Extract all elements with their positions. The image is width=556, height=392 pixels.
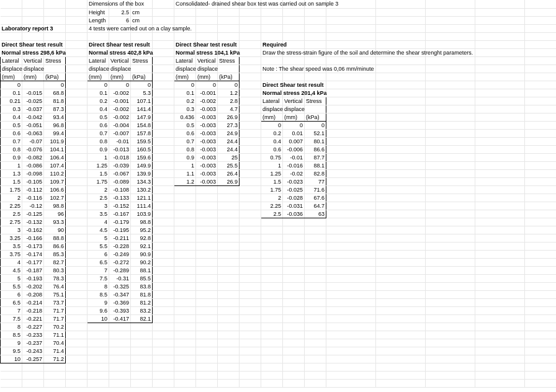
cell-lateral[interactable]: 6 [1,290,22,298]
spreadsheet-cell[interactable] [326,16,376,24]
cell-stress[interactable]: 64.7 [305,202,326,210]
spreadsheet-cell[interactable] [475,347,525,355]
spreadsheet-cell[interactable] [22,16,44,24]
spreadsheet-cell[interactable] [426,250,475,258]
spreadsheet-cell[interactable] [283,347,305,355]
spreadsheet-cell[interactable] [283,226,305,234]
spreadsheet-cell[interactable] [376,129,426,137]
spreadsheet-cell[interactable] [66,24,87,32]
cell-vertical[interactable]: -0.063 [22,129,44,137]
cell-lateral[interactable]: 0 [87,81,109,89]
cell-vertical[interactable]: -0.003 [196,161,218,169]
spreadsheet-cell[interactable] [109,347,131,355]
spreadsheet-cell[interactable] [305,16,326,24]
spreadsheet-cell[interactable] [283,274,305,282]
spreadsheet-cell[interactable] [153,210,174,218]
spreadsheet-cell[interactable] [426,194,475,202]
spreadsheet-cell[interactable] [305,290,326,298]
cell-lateral[interactable]: 8.5 [87,290,109,298]
spreadsheet-cell[interactable] [174,202,196,210]
spreadsheet-cell[interactable] [66,298,87,306]
spreadsheet-cell[interactable] [196,218,218,226]
spreadsheet-cell[interactable] [66,371,87,379]
cell-vertical[interactable]: -0.067 [109,169,131,177]
spreadsheet-cell[interactable] [174,379,196,387]
spreadsheet-cell[interactable] [174,194,196,202]
spreadsheet-cell[interactable] [240,339,261,347]
spreadsheet-cell[interactable] [326,137,376,145]
cell-stress[interactable]: 90.2 [131,258,153,266]
spreadsheet-cell[interactable] [283,242,305,250]
spreadsheet-cell[interactable] [66,81,87,89]
spreadsheet-cell[interactable] [376,97,426,105]
spreadsheet-cell[interactable] [218,202,240,210]
spreadsheet-cell[interactable] [283,73,305,81]
spreadsheet-cell[interactable] [109,355,131,363]
spreadsheet-cell[interactable] [87,32,109,40]
cell-vertical[interactable]: 0 [196,81,218,89]
spreadsheet-cell[interactable] [475,250,525,258]
spreadsheet-cell[interactable] [261,242,283,250]
cell-lateral[interactable]: 5.5 [87,242,109,250]
spreadsheet-cell[interactable] [1,371,22,379]
spreadsheet-cell[interactable] [326,73,376,81]
spreadsheet-cell[interactable] [218,258,240,266]
cell-lateral[interactable]: 3.5 [87,210,109,218]
cell-stress[interactable]: 98.8 [44,202,66,210]
spreadsheet-cell[interactable] [376,65,426,73]
spreadsheet-cell[interactable] [525,250,557,258]
spreadsheet-cell[interactable] [426,331,475,339]
cell-stress[interactable]: 96.8 [44,121,66,129]
spreadsheet-cell[interactable] [475,226,525,234]
cell-lateral[interactable]: 0.5 [1,121,22,129]
spreadsheet-cell[interactable] [240,24,261,32]
cell-vertical[interactable]: -0.003 [196,137,218,145]
spreadsheet-cell[interactable] [376,314,426,323]
spreadsheet-cell[interactable] [261,331,283,339]
spreadsheet-cell[interactable] [426,89,475,97]
spreadsheet-cell[interactable] [326,282,376,290]
spreadsheet-cell[interactable] [196,210,218,218]
spreadsheet-cell[interactable] [525,363,557,371]
spreadsheet-cell[interactable] [153,169,174,177]
spreadsheet-cell[interactable] [240,250,261,258]
spreadsheet-cell[interactable] [326,306,376,314]
spreadsheet-cell[interactable] [326,274,376,282]
cell-lateral[interactable]: 6.5 [1,298,22,306]
spreadsheet-cell[interactable] [426,8,475,16]
spreadsheet-cell[interactable] [525,226,557,234]
spreadsheet-cell[interactable] [376,113,426,121]
spreadsheet-cell[interactable] [109,32,131,40]
cell-vertical[interactable]: -0.002 [109,105,131,113]
spreadsheet-cell[interactable] [218,185,240,194]
cell-stress[interactable]: 82.8 [305,169,326,177]
spreadsheet-cell[interactable] [525,314,557,323]
cell-vertical[interactable]: -0.042 [22,113,44,121]
cell-vertical[interactable]: -0.177 [22,258,44,266]
cell-vertical[interactable]: -0.023 [283,177,305,185]
spreadsheet-cell[interactable] [66,169,87,177]
spreadsheet-cell[interactable] [326,8,376,16]
cell-lateral[interactable]: 0.5 [87,113,109,121]
spreadsheet-cell[interactable] [196,202,218,210]
cell-stress[interactable]: 110.2 [44,169,66,177]
spreadsheet-cell[interactable] [66,177,87,185]
spreadsheet-cell[interactable] [426,24,475,32]
spreadsheet-cell[interactable] [305,8,326,16]
spreadsheet-cell[interactable] [174,226,196,234]
spreadsheet-cell[interactable] [376,8,426,16]
spreadsheet-cell[interactable] [305,218,326,226]
spreadsheet-cell[interactable] [1,379,22,387]
cell-vertical[interactable]: -0.125 [22,210,44,218]
spreadsheet-cell[interactable] [218,226,240,234]
spreadsheet-cell[interactable] [326,339,376,347]
cell-stress[interactable]: 121.1 [131,194,153,202]
spreadsheet-cell[interactable] [305,363,326,371]
spreadsheet-cell[interactable] [326,258,376,266]
spreadsheet-cell[interactable] [261,314,283,323]
spreadsheet-cell[interactable] [525,145,557,153]
spreadsheet-cell[interactable] [109,379,131,387]
cell-lateral[interactable]: 5 [1,274,22,282]
spreadsheet-cell[interactable] [240,242,261,250]
cell-vertical[interactable]: -0.218 [22,306,44,314]
